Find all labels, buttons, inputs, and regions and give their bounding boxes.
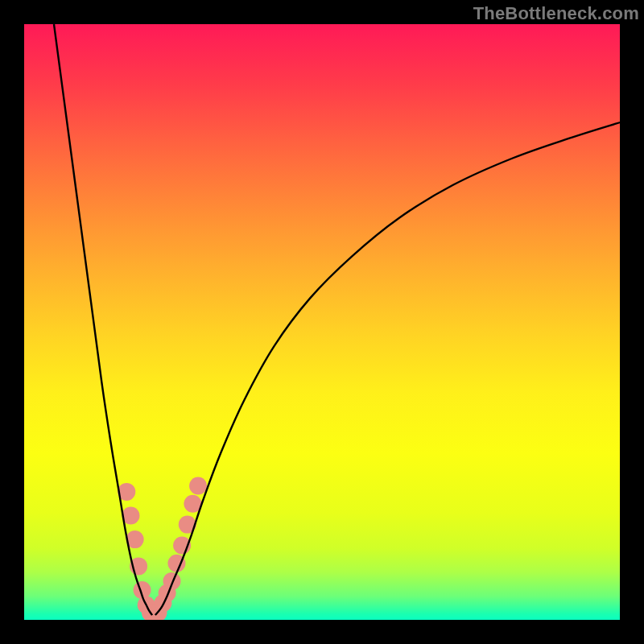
watermark-text: TheBottleneck.com [473,3,639,24]
curve-left-branch [54,24,152,615]
outer-frame: TheBottleneck.com [0,0,644,644]
plot-area [24,24,620,620]
marker-dots-group [118,477,207,621]
marker-dot [189,477,207,495]
curve-right-branch [155,122,620,615]
curve-layer [24,24,620,620]
marker-dot [163,572,181,590]
